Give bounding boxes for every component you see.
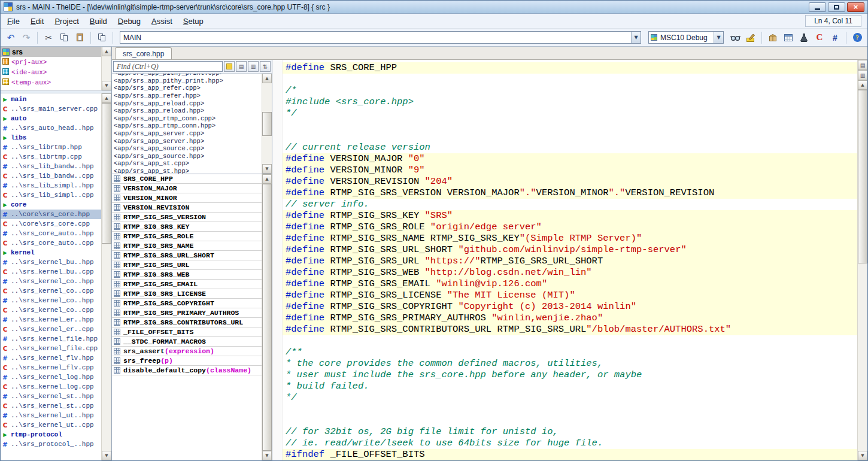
scroll-track[interactable] (858, 263, 867, 451)
code-area[interactable]: #define SRS_CORE_HPP/*#include <srs_core… (283, 60, 857, 460)
file-item-srs-core-auto-cpp[interactable]: C..\srs_core_auto..cpp (1, 238, 101, 248)
code-line[interactable]: * build failed. (283, 381, 857, 392)
file-item-srs-kernel-bu-cpp[interactable]: C..\srs_kernel_bu..cpp (1, 267, 101, 277)
package-combo[interactable]: MAIN▼ (120, 31, 641, 44)
scroll-up-arrow[interactable]: ▲ (102, 47, 111, 56)
symbol-item-disable_default_copy[interactable]: disable_default_copy(className) (112, 366, 262, 375)
code-line[interactable]: #define VERSION_MAJOR "0" (283, 153, 857, 165)
code-line[interactable]: #define RTMP_SIG_SRS_VERSION VERSION_MAJ… (283, 187, 857, 199)
file-item-srs-kernel-co-hpp[interactable]: #..\srs_kernel_co..hpp (1, 277, 101, 286)
file-item-srs-kernel-co-cpp[interactable]: C..\srs_kernel_co..cpp (1, 286, 101, 296)
find-input[interactable]: Find (Ctrl+Q) (113, 61, 223, 72)
symbol-item-rtmp_sig_srs_url[interactable]: RTMP_SIG_SRS_URL (112, 260, 262, 270)
menu-file[interactable]: File (2, 14, 25, 28)
search-scope-button[interactable]: ▤ (236, 61, 247, 72)
scroll-thumb[interactable] (858, 90, 867, 263)
assist-file-scrollbar[interactable]: ▲ ▼ (262, 74, 272, 174)
file-item-srs-lib-bandw-cpp[interactable]: C..\srs_lib_bandw..cpp (1, 171, 101, 181)
file-item-srs-kernel-ut-cpp[interactable]: C..\srs_kernel_ut..cpp (1, 420, 101, 430)
symbol-item-rtmp_sig_srs_contributors_url[interactable]: RTMP_SIG_SRS_CONTRIBUTORS_URL (112, 318, 262, 327)
file-item-srs-librtmp-cpp[interactable]: C..\srs_librtmp.cpp (1, 152, 101, 162)
symbol-item-version_major[interactable]: VERSION_MAJOR (112, 184, 262, 193)
scroll-down-arrow[interactable]: ▼ (262, 164, 272, 174)
file-list-scrollbar[interactable]: ▲ ▼ (101, 93, 111, 460)
menu-build[interactable]: Build (84, 14, 113, 28)
file-item-core-srs-core-hpp[interactable]: #..\core\srs_core.hpp (1, 210, 101, 219)
code-line[interactable]: #define RTMP_SIG_SRS_URL_SHORT "github.c… (283, 244, 857, 256)
file-item-srs-kernel-flv-hpp[interactable]: #..\srs_kernel_flv.hpp (1, 353, 101, 363)
assist-file-item[interactable]: <app/srs_app_refer.cpp> (112, 84, 262, 92)
build-method-combo[interactable]: MSC10 Debug▼ (648, 31, 724, 44)
symbol-item-rtmp_sig_srs_key[interactable]: RTMP_SIG_SRS_KEY (112, 222, 262, 232)
scroll-up-arrow[interactable]: ▲ (262, 74, 272, 83)
assist-file-item[interactable]: <app/srs_app_refer.hpp> (112, 92, 262, 100)
scroll-track[interactable] (102, 244, 111, 451)
code-line[interactable] (283, 74, 857, 85)
editor-bar-toggle-icon[interactable]: ▤ (858, 60, 867, 70)
symbol-item-rtmp_sig_srs_primary_authros[interactable]: RTMP_SIG_SRS_PRIMARY_AUTHROS (112, 308, 262, 318)
code-line[interactable]: /* (283, 85, 857, 96)
scroll-track[interactable] (262, 83, 272, 112)
tree-item-temp-aux[interactable]: <temp-aux> (1, 77, 101, 87)
assist-file-item[interactable]: <app/srs_app_st.cpp> (112, 160, 262, 168)
file-item-srs-core-auto-hpp[interactable]: #..\srs_core_auto..hpp (1, 229, 101, 238)
assist-file-item[interactable]: <app/srs_app_rtmp_conn.hpp> (112, 122, 262, 130)
scroll-up-arrow[interactable]: ▲ (858, 80, 867, 90)
symbol-item-srs_core_hpp[interactable]: SRS_CORE_HPP (112, 174, 262, 184)
symbol-item-rtmp_sig_srs_role[interactable]: RTMP_SIG_SRS_ROLE (112, 232, 262, 241)
chevron-down-icon[interactable]: ▼ (714, 32, 723, 43)
code-line[interactable] (283, 415, 857, 426)
file-item-srs-kernel-ut-hpp[interactable]: #..\srs_kernel_ut..hpp (1, 411, 101, 420)
code-line[interactable]: #define VERSION_REVISION "204" (283, 176, 857, 187)
code-line[interactable]: #include <srs_core.hpp> (283, 96, 857, 108)
assist-file-item[interactable]: <app/srs_app_server.cpp> (112, 130, 262, 138)
code-line[interactable]: #define RTMP_SIG_SRS_LICENSE "The MIT Li… (283, 290, 857, 301)
file-item-srs-librtmp-hpp[interactable]: #..\srs_librtmp.hpp (1, 142, 101, 152)
scroll-down-arrow[interactable]: ▼ (858, 451, 867, 460)
package-root-srs[interactable]: srs (1, 47, 101, 57)
menu-debug[interactable]: Debug (113, 14, 146, 28)
menu-project[interactable]: Project (49, 14, 84, 28)
scroll-thumb[interactable] (262, 184, 272, 451)
scroll-thumb[interactable] (262, 112, 272, 136)
package-button[interactable] (766, 31, 780, 45)
code-line[interactable]: #define RTMP_SIG_SRS_CONTRIBUTORS_URL RT… (283, 324, 857, 335)
file-item-srs-kernel-st-hpp[interactable]: #..\srs_kernel_st..hpp (1, 392, 101, 401)
code-line[interactable]: #define SRS_CORE_HPP (283, 62, 857, 74)
file-item-srs-kernel-co-cpp[interactable]: C..\srs_kernel_co..cpp (1, 305, 101, 315)
file-item-srs-kernel-st-cpp[interactable]: C..\srs_kernel_st..cpp (1, 401, 101, 411)
code-line[interactable]: #define RTMP_SIG_SRS_NAME RTMP_SIG_SRS_K… (283, 233, 857, 244)
file-item-srs-kernel-log-hpp[interactable]: #..\srs_kernel_log.hpp (1, 372, 101, 382)
file-item-srs-kernel-log-cpp[interactable]: C..\srs_kernel_log.cpp (1, 382, 101, 392)
package-group-auto[interactable]: ▶auto (1, 114, 101, 123)
code-line[interactable]: // server info. (283, 199, 857, 210)
package-group-libs[interactable]: ▶libs (1, 133, 101, 142)
symbol-item-rtmp_sig_srs_url_short[interactable]: RTMP_SIG_SRS_URL_SHORT (112, 251, 262, 260)
code-line[interactable] (283, 404, 857, 415)
code-line[interactable]: #define VERSION_MINOR "9" (283, 165, 857, 176)
scroll-down-arrow[interactable]: ▼ (262, 451, 272, 460)
scroll-up-arrow[interactable]: ▲ (102, 93, 111, 103)
copy-button[interactable] (57, 31, 71, 45)
assist-file-item[interactable]: <app/srs_app_st.hpp> (112, 168, 262, 174)
scroll-up-arrow[interactable]: ▲ (262, 174, 272, 184)
code-editor[interactable]: #define SRS_CORE_HPP/*#include <srs_core… (272, 60, 867, 460)
symbol-list-scrollbar[interactable]: ▲ ▼ (262, 174, 272, 460)
code-line[interactable]: // current release version (283, 142, 857, 153)
symbol-item-srs_freep[interactable]: srs_freep(p) (112, 356, 262, 366)
code-line[interactable]: #define RTMP_SIG_SRS_WEB "http://blog.cs… (283, 267, 857, 278)
tree-item-ide-aux[interactable]: <ide-aux> (1, 67, 101, 77)
cut-button[interactable]: ✂ (41, 31, 56, 45)
tree-item-prj-aux[interactable]: <prj-aux> (1, 57, 101, 67)
tab-srs-core-hpp[interactable]: srs_core.hpp (115, 47, 172, 59)
undo-button[interactable]: ↶ (4, 31, 18, 45)
grid-button[interactable] (781, 31, 796, 45)
help-button[interactable]: ? (850, 31, 864, 45)
file-item-srs-lib-simpl-cpp[interactable]: C..\srs_lib_simpl..cpp (1, 190, 101, 200)
symbol-item-__stdc_format_macros[interactable]: __STDC_FORMAT_MACROS (112, 337, 262, 347)
editor-split-icon[interactable]: ▥ (858, 70, 867, 80)
code-line[interactable]: #define RTMP_SIG_SRS_PRIMARY_AUTHROS "wi… (283, 313, 857, 324)
redo-button[interactable]: ↷ (19, 31, 34, 45)
file-item-srs-kernel-bu-hpp[interactable]: #..\srs_kernel_bu..hpp (1, 257, 101, 267)
file-item-srs-kernel-flv-cpp[interactable]: C..\srs_kernel_flv.cpp (1, 363, 101, 372)
